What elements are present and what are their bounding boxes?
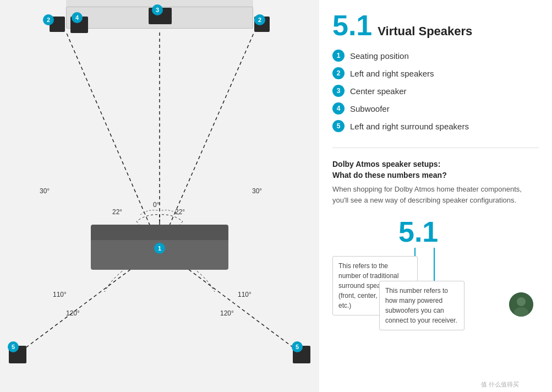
dolby-title: Dolby Atmos speaker setups: What do thes…	[332, 159, 539, 181]
list-label-5: Left and right surround speakers	[350, 122, 469, 131]
list-label-4: Subwoofer	[350, 104, 390, 113]
angle-110-left: 110°	[53, 291, 67, 298]
badge-3: 3	[152, 4, 163, 15]
badge-5-right: 5	[292, 341, 303, 352]
angle-120-left: 120°	[66, 309, 80, 317]
list-badge-5: 5	[332, 120, 345, 132]
angle-22-left: 22°	[112, 208, 122, 216]
watermark: 值 什么值得买	[481, 380, 519, 389]
info-box-subwoofer: This number refers to how many powered s…	[379, 281, 464, 330]
sofa-back	[91, 225, 228, 240]
speaker-list: 1 Seating position 2 Left and right spea…	[332, 50, 539, 132]
badge-2-right: 2	[254, 14, 265, 25]
badge-1: 1	[154, 243, 165, 254]
list-badge-3: 3	[332, 85, 345, 97]
badge-5-left: 5	[8, 341, 19, 352]
list-item: 4 Subwoofer	[332, 102, 539, 115]
angle-30-left: 30°	[40, 187, 50, 195]
angle-110-right: 110°	[238, 291, 252, 298]
title-section: 5.1 Virtual Speakers	[332, 11, 539, 40]
avatar	[509, 292, 533, 317]
list-label-2: Left and right speakers	[350, 69, 434, 78]
list-item: 2 Left and right speakers	[332, 67, 539, 79]
list-badge-1: 1	[332, 50, 345, 62]
title-text: Virtual Speakers	[378, 24, 472, 39]
list-item: 1 Seating position	[332, 50, 539, 62]
badge-2-left: 2	[43, 14, 54, 25]
angle-0-center: 0°	[153, 201, 159, 209]
angle-22-right: 22°	[175, 208, 185, 216]
room-diagram: 2 2 3 4 1 5 5 22° 22° 0° 30° 30° 110° 11…	[0, 0, 319, 392]
list-label-3: Center speaker	[350, 86, 407, 96]
list-label-1: Seating position	[350, 51, 409, 61]
angle-30-right: 30°	[252, 187, 262, 195]
angle-120-right: 120°	[220, 309, 234, 317]
list-badge-2: 2	[332, 67, 345, 79]
list-item: 3 Center speaker	[332, 85, 539, 97]
divider	[332, 148, 539, 148]
svg-point-12	[517, 297, 526, 306]
config-diagram: 5.1 This refers to the number of traditi…	[332, 217, 539, 322]
list-badge-4: 4	[332, 102, 345, 115]
list-item: 5 Left and right surround speakers	[332, 120, 539, 132]
dolby-desc: When shopping for Dolby Atmos home theat…	[332, 184, 539, 205]
badge-4: 4	[72, 12, 83, 23]
title-number: 5.1	[332, 11, 372, 40]
info-panel: 5.1 Virtual Speakers 1 Seating position …	[319, 0, 552, 392]
